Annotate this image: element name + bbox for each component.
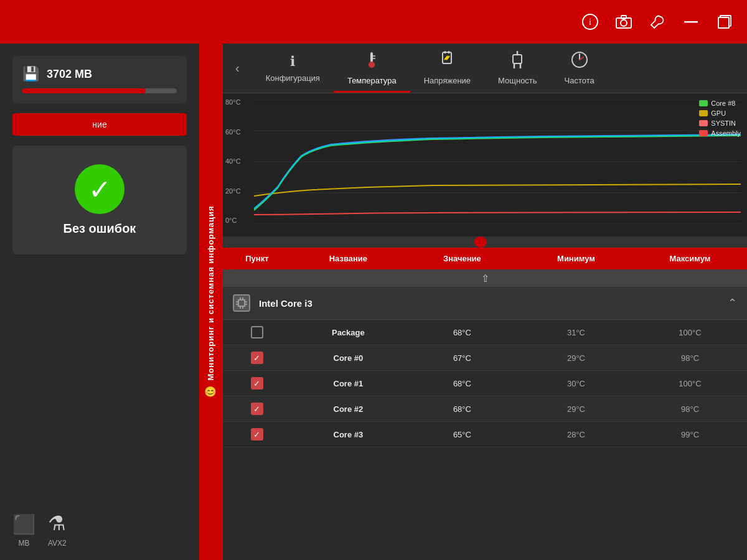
- tab-voltage[interactable]: Напряжение: [410, 44, 484, 93]
- y-axis-labels: 80°C 60°C 40°C 20°C 0°C: [225, 98, 241, 224]
- checkbox-checked[interactable]: ✓: [251, 428, 263, 441]
- legend-dot-gpu: [699, 110, 708, 116]
- chart-legend: Core #8 GPU SYSTIN Assembly: [699, 100, 741, 137]
- checkbox-checked[interactable]: ✓: [251, 403, 263, 415]
- row-name: Core #1: [291, 379, 405, 388]
- row-min: 29°C: [519, 353, 633, 363]
- legend-dot-assembly: [699, 130, 708, 136]
- mb-icon: ⬛: [12, 513, 35, 535]
- info-icon[interactable]: i: [580, 12, 600, 32]
- row-punkt: ✓: [223, 403, 291, 415]
- tab-temperature[interactable]: Температура: [334, 44, 410, 93]
- svg-rect-19: [513, 55, 522, 63]
- th-max: Максимум: [633, 254, 747, 263]
- memory-icon: 💾: [22, 66, 39, 82]
- y-label-20: 20°C: [225, 187, 241, 195]
- tab-label-voltage: Напряжение: [424, 76, 471, 85]
- table-row: Package 68°C 31°C 100°C: [223, 320, 747, 345]
- legend-dot-systin: [699, 120, 708, 126]
- y-label-60: 60°C: [225, 128, 241, 136]
- row-name: Core #3: [291, 430, 405, 439]
- voltage-tab-icon: [440, 51, 454, 72]
- y-label-80: 80°C: [225, 98, 241, 106]
- svg-point-10: [369, 62, 375, 68]
- row-max: 98°C: [633, 404, 747, 414]
- row-punkt: [223, 326, 291, 338]
- y-label-0: 0°C: [225, 217, 241, 224]
- row-min: 29°C: [519, 404, 633, 414]
- memory-value: 3702 MB: [47, 68, 92, 81]
- checkbox-checked[interactable]: ✓: [251, 377, 263, 390]
- restore-icon[interactable]: [715, 12, 735, 32]
- th-min: Минимум: [519, 254, 633, 263]
- scroll-bar[interactable]: [223, 236, 747, 248]
- row-max: 99°C: [633, 430, 747, 439]
- freq-tab-icon: [571, 51, 588, 72]
- tab-configuration[interactable]: ℹ Конфигурация: [252, 46, 334, 90]
- no-errors-label: Без ошибок: [63, 222, 136, 236]
- svg-text:i: i: [589, 17, 591, 27]
- tabs-bar: ‹ ℹ Конфигурация Температура: [223, 44, 747, 93]
- row-name: Core #0: [291, 353, 405, 363]
- table-row: ✓ Core #1 68°C 30°C 100°C: [223, 371, 747, 396]
- sidebar-icon: 😊: [205, 386, 218, 398]
- chart-svg: [254, 100, 741, 224]
- table-row: ✓ Core #2 68°C 29°C 98°C: [223, 396, 747, 422]
- error-button[interactable]: ние: [12, 113, 187, 136]
- row-value: 68°C: [405, 328, 519, 337]
- row-value: 65°C: [405, 430, 519, 439]
- memory-bar-container: [22, 88, 177, 93]
- th-name: Название: [291, 254, 405, 263]
- avx2-item: ⚗ AVX2: [48, 511, 67, 548]
- row-punkt: ✓: [223, 428, 291, 441]
- legend-core8: Core #8: [699, 100, 741, 107]
- status-area: ✓ Без ошибок: [12, 146, 187, 254]
- memory-card: 💾 3702 MB: [12, 56, 187, 103]
- row-max: 100°C: [633, 328, 747, 337]
- legend-label-core8: Core #8: [711, 100, 735, 107]
- row-min: 31°C: [519, 328, 633, 337]
- tab-frequency[interactable]: Частота: [551, 44, 608, 93]
- avx-label: AVX2: [48, 539, 67, 548]
- checkbox-checked[interactable]: ✓: [251, 352, 263, 364]
- row-max: 100°C: [633, 379, 747, 388]
- legend-gpu: GPU: [699, 110, 741, 117]
- collapse-button[interactable]: ⌃: [728, 296, 737, 310]
- scroll-up-button[interactable]: ⇧: [223, 269, 747, 287]
- row-value: 68°C: [405, 404, 519, 414]
- svg-rect-7: [718, 17, 729, 28]
- main-layout: 💾 3702 MB ние ✓ Без ошибок ⬛ MB ⚗ AVX2: [0, 44, 747, 560]
- table-rows-container: Package 68°C 31°C 100°C ✓ Core #0 67°C 2…: [223, 320, 747, 447]
- camera-icon[interactable]: [614, 12, 634, 32]
- svg-rect-9: [370, 52, 373, 62]
- scroll-thumb[interactable]: [474, 236, 487, 248]
- row-punkt: ✓: [223, 352, 291, 364]
- row-name: Core #2: [291, 404, 405, 414]
- back-button[interactable]: ‹: [229, 52, 246, 84]
- power-tab-icon: [512, 51, 523, 72]
- row-name: Package: [291, 328, 405, 337]
- row-punkt: ✓: [223, 377, 291, 390]
- memory-bar-fill: [22, 88, 146, 93]
- table-body: ⇧ Intel: [223, 269, 747, 560]
- legend-label-assembly: Assembly: [711, 129, 741, 137]
- svg-point-3: [621, 20, 627, 26]
- svg-rect-26: [238, 300, 245, 306]
- cpu-icon: [233, 294, 250, 312]
- mb-item: ⬛ MB: [12, 513, 35, 548]
- tab-label-config: Конфигурация: [266, 73, 320, 83]
- section-label: Intel Core i3: [259, 298, 719, 309]
- wrench-icon[interactable]: [647, 12, 667, 32]
- left-panel: 💾 3702 MB ние ✓ Без ошибок ⬛ MB ⚗ AVX2: [0, 44, 199, 560]
- checkbox-empty[interactable]: [251, 326, 263, 338]
- table-header: Пункт Название Значение Минимум Максимум: [223, 248, 747, 269]
- legend-label-gpu: GPU: [711, 110, 726, 117]
- tab-power[interactable]: Мощность: [484, 44, 551, 93]
- th-punkt: Пункт: [223, 254, 291, 263]
- mb-label: MB: [19, 539, 30, 548]
- minimize-icon[interactable]: [681, 12, 701, 32]
- section-intel-core: Intel Core i3 ⌃: [223, 287, 747, 320]
- th-value: Значение: [405, 254, 519, 263]
- temp-tab-icon: [364, 51, 379, 72]
- top-bar: i: [0, 0, 747, 44]
